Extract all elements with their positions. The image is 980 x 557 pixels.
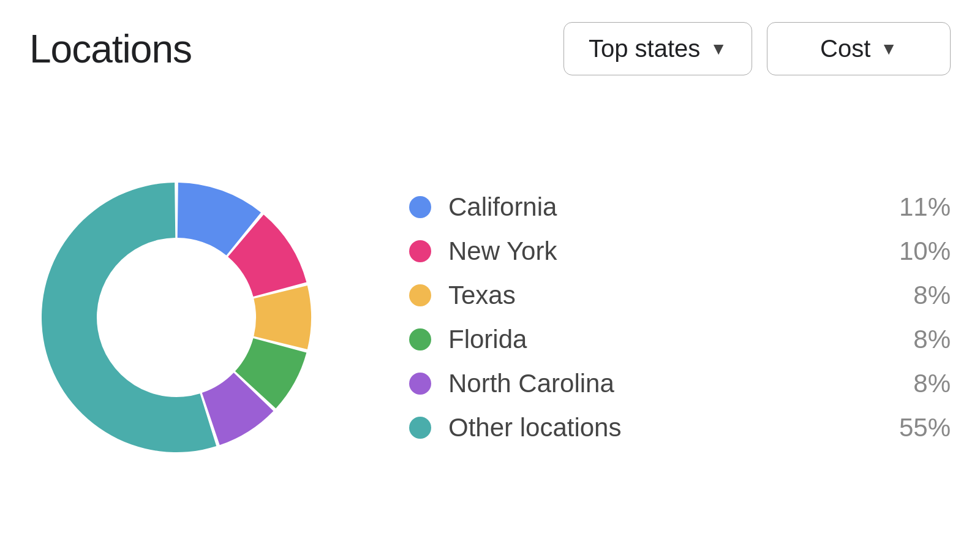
cost-button[interactable]: Cost ▼ (767, 22, 951, 75)
legend-value-texas: 8% (895, 281, 951, 310)
legend-item-florida: Florida8% (409, 325, 951, 354)
page-container: Locations Top states ▼ Cost ▼ California… (0, 0, 980, 557)
cost-label: Cost (820, 35, 870, 63)
page-title: Locations (29, 26, 192, 72)
legend-value-florida: 8% (895, 325, 951, 354)
cost-chevron: ▼ (880, 39, 897, 59)
legend-value-new-york: 10% (895, 237, 951, 266)
legend-label-florida: Florida (448, 325, 878, 354)
main-content: California11%New York10%Texas8%Florida8%… (29, 100, 951, 535)
legend-item-california: California11% (409, 192, 951, 222)
legend-item-north-carolina: North Carolina8% (409, 369, 951, 398)
top-states-button[interactable]: Top states ▼ (564, 22, 752, 75)
legend-value-other: 55% (895, 413, 951, 442)
legend-item-new-york: New York10% (409, 237, 951, 266)
legend-item-other: Other locations55% (409, 413, 951, 442)
top-states-label: Top states (589, 35, 700, 63)
legend-value-north-carolina: 8% (895, 369, 951, 398)
legend-item-texas: Texas8% (409, 281, 951, 310)
donut-chart (29, 170, 323, 464)
chart-area (29, 134, 323, 501)
legend-label-california: California (448, 192, 878, 222)
legend-dot-north-carolina (409, 373, 431, 395)
legend-area: California11%New York10%Texas8%Florida8%… (372, 192, 951, 442)
legend-label-new-york: New York (448, 237, 878, 266)
legend-dot-other (409, 417, 431, 439)
legend-dot-texas (409, 284, 431, 306)
top-states-chevron: ▼ (710, 39, 727, 59)
legend-dot-new-york (409, 240, 431, 262)
legend-label-other: Other locations (448, 413, 878, 442)
header-row: Locations Top states ▼ Cost ▼ (29, 22, 951, 75)
legend-dot-florida (409, 328, 431, 350)
legend-dot-california (409, 196, 431, 218)
legend-value-california: 11% (895, 192, 951, 222)
donut-segment-texas[interactable] (254, 286, 311, 349)
legend-label-north-carolina: North Carolina (448, 369, 878, 398)
buttons-row: Top states ▼ Cost ▼ (564, 22, 951, 75)
legend-label-texas: Texas (448, 281, 878, 310)
